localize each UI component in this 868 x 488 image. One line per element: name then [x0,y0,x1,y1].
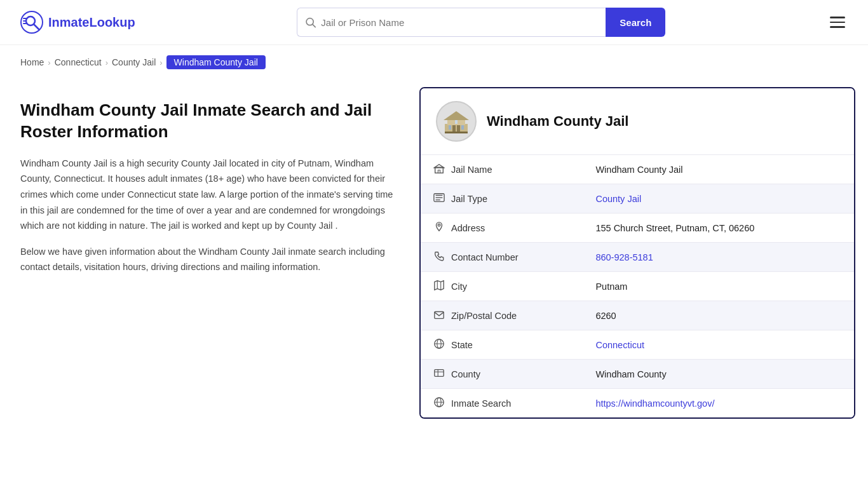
hamburger-menu[interactable] [827,14,848,30]
svg-line-2 [34,24,39,29]
svg-rect-32 [435,370,444,377]
city-label: City [451,281,467,292]
info-table-row: Address155 Church Street, Putnam, CT, 06… [421,214,854,243]
svg-marker-25 [435,281,444,290]
jail-avatar [436,101,477,142]
jail-name-label: Jail Name [451,165,492,175]
svg-rect-3 [23,18,27,19]
info-table-row: Contact Number860-928-5181 [421,243,854,272]
state-icon [433,338,445,351]
search-input[interactable] [321,17,598,28]
hamburger-line-3 [830,26,845,28]
info-card-title: Windham County Jail [487,113,628,130]
left-panel: Windham County Jail Inmate Search and Ja… [0,74,419,456]
description-paragraph-2: Below we have given information about th… [20,244,394,275]
info-table-row: Jail TypeCounty Jail [421,184,854,214]
svg-point-0 [21,11,43,33]
main-content: Windham County Jail Inmate Search and Ja… [0,74,868,456]
svg-rect-8 [445,124,468,133]
info-value-city: Putnam [583,272,854,301]
search-button[interactable]: Search [606,8,665,37]
info-table-row: CityPutnam [421,272,854,301]
contact-icon [433,250,445,264]
info-table-row: StateConnecticut [421,330,854,360]
info-label-inmate-search: Inmate Search [421,389,583,418]
info-label-county: County [421,360,583,389]
info-value-address: 155 Church Street, Putnam, CT, 06260 [583,214,854,243]
state-label: State [451,340,473,350]
contact-label: Contact Number [451,252,519,262]
city-icon [433,280,445,293]
inmate-search-label: Inmate Search [451,398,511,409]
svg-marker-10 [444,111,469,120]
info-value-state[interactable]: Connecticut [583,330,854,360]
jail-type-label: Jail Type [451,194,487,204]
info-value-county: Windham County [583,360,854,389]
hamburger-line-1 [830,17,845,18]
breadcrumb: Home › Connecticut › County Jail › Windh… [0,45,868,74]
info-table-row: Zip/Postal Code6260 [421,301,854,330]
jail-building-icon [441,106,471,137]
svg-rect-13 [449,125,451,130]
inmate-search-link[interactable]: https://windhamcountyvt.gov/ [595,398,714,409]
info-value-contact[interactable]: 860-928-5181 [583,243,854,272]
svg-rect-15 [455,120,458,124]
svg-rect-19 [438,170,440,173]
contact-link[interactable]: 860-928-5181 [595,252,653,262]
info-value-jail-name: Windham County Jail [583,155,854,184]
info-label-zip: Zip/Postal Code [421,301,583,330]
svg-rect-5 [23,23,27,24]
county-icon [433,367,445,381]
zip-label: Zip/Postal Code [451,311,517,321]
address-label: Address [451,223,485,233]
search-input-wrapper [297,8,606,37]
svg-rect-4 [23,20,26,22]
svg-rect-28 [435,312,444,319]
breadcrumb-current: Windham County Jail [166,55,266,69]
jail-name-icon [433,163,445,176]
jail-type-link[interactable]: County Jail [595,194,641,204]
breadcrumb-sep-3: › [159,58,162,67]
right-panel: Windham County Jail Jail NameWindham Cou… [419,74,868,456]
info-label-contact: Contact Number [421,243,583,272]
info-label-city: City [421,272,583,301]
svg-line-7 [313,24,315,27]
breadcrumb-home[interactable]: Home [20,57,44,67]
description-paragraph-1: Windham County Jail is a high security C… [20,156,394,234]
breadcrumb-connecticut[interactable]: Connecticut [55,57,102,67]
info-value-jail-type[interactable]: County Jail [583,184,854,214]
zip-icon [433,309,445,322]
inmate-search-icon [433,396,445,410]
state-link[interactable]: Connecticut [595,340,644,350]
page-heading: Windham County Jail Inmate Search and Ja… [20,100,394,143]
info-value-zip: 6260 [583,301,854,330]
county-label: County [451,369,480,379]
svg-rect-14 [461,125,464,130]
info-table-row: Jail NameWindham County Jail [421,155,854,184]
address-icon [433,221,445,234]
search-area: Search [297,8,665,37]
info-card: Windham County Jail Jail NameWindham Cou… [419,87,855,419]
info-table-row: Inmate Searchhttps://windhamcountyvt.gov… [421,389,854,418]
logo-text: InmateLookup [48,15,135,30]
logo-icon [20,11,43,34]
info-label-jail-type: Jail Type [421,184,583,214]
breadcrumb-sep-2: › [105,58,108,67]
info-value-inmate-search[interactable]: https://windhamcountyvt.gov/ [583,389,854,418]
info-table: Jail NameWindham County JailJail TypeCou… [421,154,854,417]
info-card-header: Windham County Jail [421,88,854,154]
info-label-state: State [421,330,583,360]
breadcrumb-sep-1: › [48,58,50,67]
svg-point-24 [438,224,440,227]
search-icon [305,17,316,28]
svg-rect-16 [445,132,468,133]
breadcrumb-county-jail[interactable]: County Jail [112,57,156,67]
info-label-address: Address [421,214,583,243]
header: InmateLookup Search [0,0,868,45]
jail-type-icon [433,192,445,205]
info-label-jail-name: Jail Name [421,155,583,184]
info-table-row: CountyWindham County [421,360,854,389]
hamburger-line-2 [830,22,845,24]
logo-link[interactable]: InmateLookup [20,11,135,34]
